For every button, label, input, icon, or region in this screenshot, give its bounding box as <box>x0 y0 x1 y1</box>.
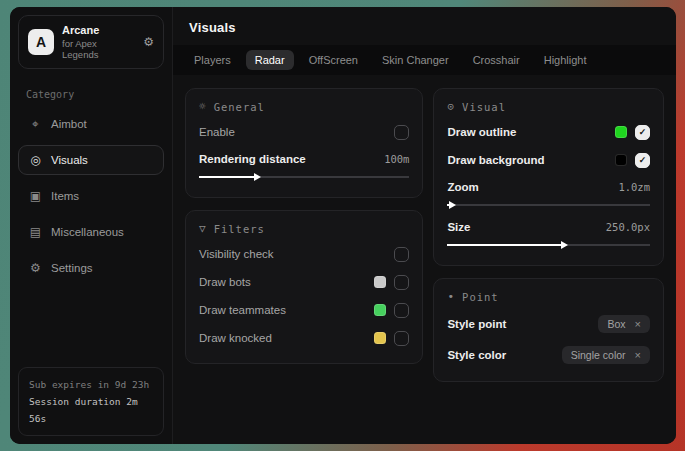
filter-icon: ▽ <box>199 222 206 235</box>
draw-teammates-checkbox[interactable] <box>394 303 409 318</box>
visibility-check-checkbox[interactable] <box>394 247 409 262</box>
draw-bots-label: Draw bots <box>199 276 251 288</box>
subscription-info-card: Sub expires in 9d 23h Session duration 2… <box>18 367 164 436</box>
rendering-distance-value: 100m <box>384 153 409 165</box>
rendering-distance-row: Rendering distance 100m <box>199 146 409 171</box>
draw-bots-checkbox[interactable] <box>394 275 409 290</box>
app-header-card: A Arcane for Apex Legends ⚙ <box>18 15 164 69</box>
left-column: ☼ General Enable Rendering distance 100m <box>185 88 423 364</box>
size-row: Size 250.0px <box>447 214 650 239</box>
enable-label: Enable <box>199 126 235 138</box>
draw-teammates-row: Draw teammates <box>199 296 409 324</box>
style-point-row: Style point Box × <box>447 308 650 339</box>
zoom-row: Zoom 1.0zm <box>447 174 650 199</box>
draw-teammates-color-swatch[interactable] <box>374 304 386 316</box>
draw-background-row: Draw background ✓ <box>447 146 650 174</box>
draw-outline-label: Draw outline <box>447 126 516 138</box>
draw-bots-row: Draw bots <box>199 268 409 296</box>
draw-outline-color-swatch[interactable] <box>615 126 627 138</box>
enable-row: Enable <box>199 118 409 146</box>
sidebar-item-aimbot[interactable]: ⌖ Aimbot <box>18 109 164 139</box>
slider-track <box>447 204 650 206</box>
draw-outline-row: Draw outline ✓ <box>447 118 650 146</box>
style-point-select[interactable]: Box × <box>598 315 650 333</box>
visual-panel: ⊙ Visual Draw outline ✓ Draw background <box>433 88 664 266</box>
draw-background-color-swatch[interactable] <box>615 154 627 166</box>
zoom-slider[interactable] <box>447 200 650 209</box>
zoom-label: Zoom <box>447 181 478 193</box>
slider-fill <box>447 244 560 246</box>
draw-outline-checkbox[interactable]: ✓ <box>635 125 650 140</box>
size-slider[interactable] <box>447 240 650 249</box>
point-panel-header: • Point <box>447 290 650 303</box>
point-icon: • <box>447 290 454 303</box>
sidebar-item-label: Aimbot <box>51 118 87 130</box>
filters-panel-header: ▽ Filters <box>199 222 409 235</box>
app-logo: A <box>28 29 54 55</box>
draw-teammates-label: Draw teammates <box>199 304 286 316</box>
draw-knocked-row: Draw knocked <box>199 324 409 352</box>
visibility-check-row: Visibility check <box>199 240 409 268</box>
visual-panel-header: ⊙ Visual <box>447 100 650 113</box>
point-panel: • Point Style point Box × Style color S <box>433 278 664 382</box>
draw-bots-color-swatch[interactable] <box>374 276 386 288</box>
rendering-distance-label: Rendering distance <box>199 153 306 165</box>
sidebar-item-settings[interactable]: ⚙ Settings <box>18 253 164 283</box>
crosshair-icon: ⌖ <box>29 117 42 131</box>
right-column: ⊙ Visual Draw outline ✓ Draw background <box>433 88 664 382</box>
page-title: Visuals <box>173 7 676 45</box>
filters-panel: ▽ Filters Visibility check Draw bots <box>185 210 423 364</box>
tab-players[interactable]: Players <box>185 50 240 70</box>
draw-knocked-color-swatch[interactable] <box>374 332 386 344</box>
gear-icon[interactable]: ⚙ <box>143 35 154 49</box>
sliders-icon: ▤ <box>29 225 42 239</box>
draw-background-label: Draw background <box>447 154 544 166</box>
cube-icon: ▣ <box>29 189 42 203</box>
sidebar-item-label: Visuals <box>51 154 88 166</box>
app-title-block: Arcane for Apex Legends <box>62 24 135 60</box>
sidebar-item-label: Items <box>51 190 79 202</box>
app-window: A Arcane for Apex Legends ⚙ Category ⌖ A… <box>10 7 676 444</box>
general-panel: ☼ General Enable Rendering distance 100m <box>185 88 423 198</box>
sidebar-item-miscellaneous[interactable]: ▤ Miscellaneous <box>18 217 164 247</box>
app-subtitle: for Apex Legends <box>62 38 135 60</box>
settings-gear-icon: ⚙ <box>29 261 42 275</box>
eye-icon: ⊙ <box>447 100 454 113</box>
style-color-select[interactable]: Single color × <box>562 346 650 364</box>
style-color-label: Style color <box>447 349 506 361</box>
sidebar-item-label: Miscellaneous <box>51 226 124 238</box>
close-icon[interactable]: × <box>635 318 641 330</box>
draw-knocked-label: Draw knocked <box>199 332 272 344</box>
tab-offscreen[interactable]: OffScreen <box>300 50 367 70</box>
general-panel-header: ☼ General <box>199 100 409 113</box>
enable-checkbox[interactable] <box>394 125 409 140</box>
sidebar-item-items[interactable]: ▣ Items <box>18 181 164 211</box>
draw-knocked-checkbox[interactable] <box>394 331 409 346</box>
panel-title: Visual <box>462 101 506 113</box>
tab-bar: Players Radar OffScreen Skin Changer Cro… <box>173 45 676 75</box>
content: ☼ General Enable Rendering distance 100m <box>173 75 676 395</box>
tab-crosshair[interactable]: Crosshair <box>464 50 529 70</box>
panel-title: Filters <box>214 223 265 235</box>
tab-skin-changer[interactable]: Skin Changer <box>373 50 458 70</box>
style-point-tag-value: Box <box>607 318 625 330</box>
draw-background-checkbox[interactable]: ✓ <box>635 153 650 168</box>
category-label: Category <box>26 89 156 100</box>
zoom-value: 1.0zm <box>618 181 650 193</box>
style-color-row: Style color Single color × <box>447 339 650 370</box>
panel-title: General <box>214 101 265 113</box>
sidebar-item-visuals[interactable]: ◎ Visuals <box>18 145 164 175</box>
sub-expiry-text: Sub expires in 9d 23h <box>29 376 153 393</box>
size-value: 250.0px <box>606 221 650 233</box>
tab-highlight[interactable]: Highlight <box>535 50 596 70</box>
style-point-label: Style point <box>447 318 506 330</box>
size-label: Size <box>447 221 470 233</box>
slider-fill <box>199 176 254 178</box>
tab-radar[interactable]: Radar <box>246 50 294 70</box>
session-duration-text: Session duration 2m 56s <box>29 393 153 427</box>
slider-fill <box>447 204 449 206</box>
panel-title: Point <box>462 291 499 303</box>
close-icon[interactable]: × <box>635 349 641 361</box>
rendering-distance-slider[interactable] <box>199 172 409 181</box>
main-area: Visuals Players Radar OffScreen Skin Cha… <box>173 7 676 444</box>
